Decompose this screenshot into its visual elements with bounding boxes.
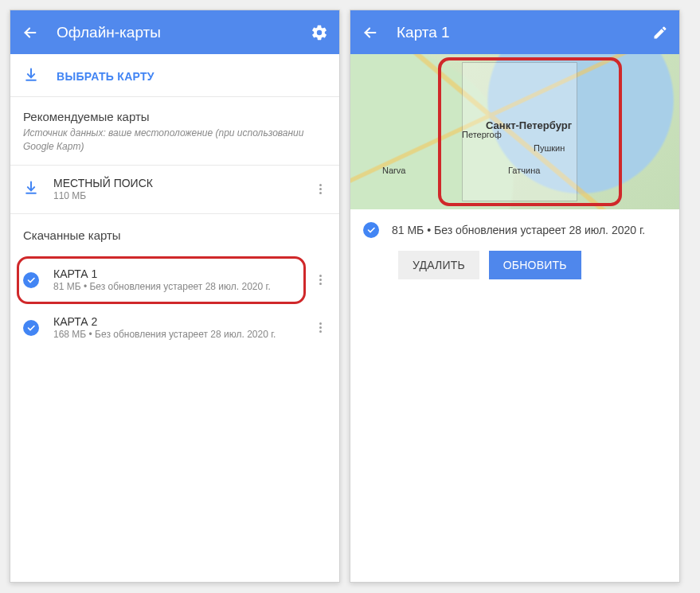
downloaded-item-info: КАРТА 1 81 МБ • Без обновления устареет …: [53, 267, 290, 292]
recommended-item-meta: 110 МБ: [53, 190, 290, 201]
check-circle-icon: [23, 272, 39, 288]
delete-button[interactable]: УДАЛИТЬ: [398, 251, 479, 279]
recommended-item[interactable]: МЕСТНЫЙ ПОИСК 110 МБ: [10, 166, 339, 214]
edit-icon[interactable]: [652, 25, 668, 41]
map-preview[interactable]: Санкт-Петербург Петергоф Пушкин Гатчина …: [350, 54, 679, 209]
phone-map-detail: Карта 1 Санкт-Петербург Петергоф Пушкин …: [350, 10, 680, 583]
phone-offline-maps: Офлайн-карты ВЫБРАТЬ КАРТУ Рекомендуемые…: [10, 10, 340, 583]
map-city-label: Narva: [382, 166, 405, 175]
downloaded-item-meta: 81 МБ • Без обновления устареет 28 июл. …: [53, 281, 290, 292]
select-map-section: ВЫБРАТЬ КАРТУ: [10, 54, 339, 97]
map-city-label: Петергоф: [462, 130, 502, 139]
downloaded-item-name: КАРТА 2: [53, 315, 290, 328]
map-info-text: 81 МБ • Без обновления устареет 28 июл. …: [392, 224, 645, 236]
more-icon[interactable]: [304, 312, 336, 344]
check-circle-icon: [363, 222, 379, 238]
page-title: Карта 1: [397, 24, 635, 41]
downloaded-item-1[interactable]: КАРТА 1 81 МБ • Без обновления устареет …: [10, 256, 339, 304]
map-labels: Санкт-Петербург Петергоф Пушкин Гатчина …: [350, 54, 679, 209]
map-city-label: Гатчина: [508, 166, 540, 175]
downloaded-item-2[interactable]: КАРТА 2 168 МБ • Без обновления устареет…: [10, 304, 339, 352]
recommended-section: Рекомендуемые карты Источник данных: ваш…: [10, 97, 339, 166]
recommended-heading: Рекомендуемые карты: [23, 110, 327, 123]
gear-icon[interactable]: [311, 24, 328, 41]
recommended-item-name: МЕСТНЫЙ ПОИСК: [53, 177, 290, 189]
recommended-item-info: МЕСТНЫЙ ПОИСК 110 МБ: [53, 177, 290, 201]
downloaded-item-name: КАРТА 1: [53, 267, 290, 280]
back-arrow-icon[interactable]: [22, 24, 39, 41]
map-city-label: Пушкин: [534, 143, 565, 153]
download-icon: [23, 180, 39, 199]
update-button[interactable]: ОБНОВИТЬ: [489, 251, 581, 279]
back-arrow-icon[interactable]: [362, 24, 379, 41]
map-info-bar: 81 МБ • Без обновления устареет 28 июл. …: [350, 209, 679, 251]
downloaded-heading: Скачанные карты: [23, 228, 327, 242]
select-map-button[interactable]: ВЫБРАТЬ КАРТУ: [23, 67, 327, 85]
more-icon[interactable]: [304, 264, 336, 296]
more-icon[interactable]: [304, 174, 336, 205]
select-map-label: ВЫБРАТЬ КАРТУ: [57, 70, 154, 83]
appbar: Офлайн-карты: [10, 10, 339, 54]
recommended-subtitle: Источник данных: ваше местоположение (пр…: [23, 127, 327, 154]
page-title: Офлайн-карты: [57, 24, 293, 41]
appbar: Карта 1: [350, 10, 679, 54]
downloaded-item-info: КАРТА 2 168 МБ • Без обновления устареет…: [53, 315, 290, 340]
downloaded-section: Скачанные карты: [10, 214, 339, 256]
check-circle-icon: [23, 320, 39, 336]
downloaded-item-meta: 168 МБ • Без обновления устареет 28 июл.…: [53, 329, 290, 340]
download-icon: [23, 67, 39, 85]
button-row: УДАЛИТЬ ОБНОВИТЬ: [350, 251, 679, 294]
